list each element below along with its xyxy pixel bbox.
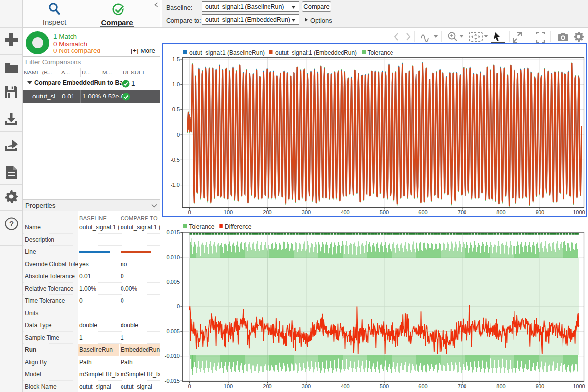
svg-text:900: 900 <box>536 209 544 215</box>
svg-text:1.0: 1.0 <box>172 81 180 87</box>
svg-text:outut_signal:1 (EmbeddedRun): outut_signal:1 (EmbeddedRun) <box>275 49 357 56</box>
svg-text:500: 500 <box>380 209 389 215</box>
svg-text:200: 200 <box>263 383 271 389</box>
svg-text:-0.010: -0.010 <box>165 353 180 359</box>
svg-text:?: ? <box>9 220 14 228</box>
svg-text:400: 400 <box>341 209 349 215</box>
svg-text:1000: 1000 <box>573 383 585 389</box>
svg-text:800: 800 <box>496 383 505 389</box>
svg-text:500: 500 <box>380 383 389 389</box>
svg-text:0: 0 <box>188 383 191 389</box>
svg-text:700: 700 <box>458 383 466 389</box>
svg-text:300: 300 <box>302 209 311 215</box>
svg-text:-1.0: -1.0 <box>171 182 180 188</box>
svg-text:0: 0 <box>188 209 191 215</box>
svg-text:0.010: 0.010 <box>166 254 180 260</box>
svg-text:outut_signal:1 (BaselineRun): outut_signal:1 (BaselineRun) <box>189 49 265 56</box>
svg-text:0.015: 0.015 <box>166 229 180 235</box>
svg-text:100: 100 <box>224 209 233 215</box>
svg-text:Tolerance: Tolerance <box>368 49 393 56</box>
svg-text:100: 100 <box>224 383 233 389</box>
svg-text:0.005: 0.005 <box>166 279 180 285</box>
svg-text:0: 0 <box>177 132 180 138</box>
svg-text:900: 900 <box>536 383 544 389</box>
svg-text:-0.5: -0.5 <box>171 157 180 163</box>
svg-text:300: 300 <box>302 383 311 389</box>
svg-text:200: 200 <box>263 209 271 215</box>
svg-text:0: 0 <box>177 303 180 309</box>
svg-text:800: 800 <box>496 209 505 215</box>
svg-text:0.5: 0.5 <box>172 106 180 112</box>
svg-text:1000: 1000 <box>573 209 585 215</box>
svg-text:400: 400 <box>341 383 349 389</box>
svg-text:600: 600 <box>418 209 427 215</box>
svg-text:600: 600 <box>418 383 427 389</box>
svg-text:700: 700 <box>458 209 466 215</box>
svg-text:1.5: 1.5 <box>172 56 180 62</box>
svg-text:Tolerance: Tolerance <box>189 223 215 230</box>
svg-text:-0.005: -0.005 <box>165 328 180 334</box>
svg-text:-0.015: -0.015 <box>165 378 180 384</box>
svg-text:Difference: Difference <box>225 223 252 230</box>
